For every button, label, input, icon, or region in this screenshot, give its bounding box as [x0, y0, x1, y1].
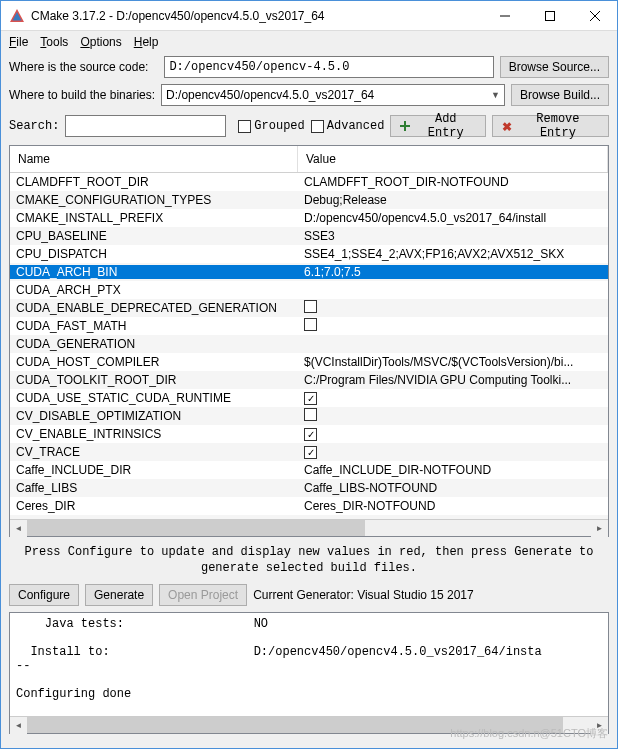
menu-file[interactable]: File — [9, 35, 28, 49]
column-name[interactable]: Name — [10, 146, 298, 172]
cell-value[interactable]: Ceres_DIR-NOTFOUND — [298, 499, 608, 513]
plus-icon — [399, 120, 411, 132]
build-path-row: Where to build the binaries: D:/opencv45… — [1, 81, 617, 109]
table-row[interactable]: CMAKE_CONFIGURATION_TYPESDebug;Release — [10, 191, 608, 209]
cell-value[interactable]: 6.1;7.0;7.5 — [298, 265, 608, 279]
column-value[interactable]: Value — [298, 146, 608, 172]
chevron-down-icon: ▼ — [491, 90, 500, 100]
maximize-icon — [545, 11, 555, 21]
cell-value[interactable]: Debug;Release — [298, 193, 608, 207]
table-body: CLAMDFFT_ROOT_DIRCLAMDFFT_ROOT_DIR-NOTFO… — [10, 173, 608, 519]
advanced-checkbox[interactable]: Advanced — [311, 119, 385, 133]
checkbox-icon[interactable] — [304, 300, 317, 313]
source-input[interactable] — [164, 56, 493, 78]
grouped-checkbox[interactable]: Grouped — [238, 119, 304, 133]
checkbox-icon[interactable] — [304, 408, 317, 421]
browse-build-button[interactable]: Browse Build... — [511, 84, 609, 106]
svg-rect-3 — [545, 11, 554, 20]
cell-value[interactable]: ✓ — [298, 391, 608, 406]
output-text[interactable]: Java tests: NO Install to: D:/opencv450/… — [10, 613, 608, 716]
table-row[interactable]: CUDA_ARCH_BIN6.1;7.0;7.5 — [10, 263, 608, 281]
checkbox-icon[interactable]: ✓ — [304, 446, 317, 459]
cell-value[interactable]: Caffe_INCLUDE_DIR-NOTFOUND — [298, 463, 608, 477]
table-row[interactable]: Ceres_DIRCeres_DIR-NOTFOUND — [10, 497, 608, 515]
cell-value[interactable] — [298, 408, 608, 424]
table-row[interactable]: CV_ENABLE_INTRINSICS✓ — [10, 425, 608, 443]
cell-name: CPU_BASELINE — [10, 229, 298, 243]
table-row[interactable]: CV_DISABLE_OPTIMIZATION — [10, 407, 608, 425]
browse-source-button[interactable]: Browse Source... — [500, 56, 609, 78]
cell-value[interactable]: C:/Program Files/NVIDIA GPU Computing To… — [298, 373, 608, 387]
close-button[interactable] — [572, 1, 617, 30]
cell-value[interactable]: ✓ — [298, 445, 608, 460]
cell-value[interactable]: $(VCInstallDir)Tools/MSVC/$(VCToolsVersi… — [298, 355, 608, 369]
menu-tools[interactable]: Tools — [40, 35, 68, 49]
cell-name: CUDA_USE_STATIC_CUDA_RUNTIME — [10, 391, 298, 405]
cell-name: CUDA_ENABLE_DEPRECATED_GENERATION — [10, 301, 298, 315]
cell-value[interactable]: CLAMDFFT_ROOT_DIR-NOTFOUND — [298, 175, 608, 189]
cell-value[interactable]: D:/opencv450/opencv4.5.0_vs2017_64/insta… — [298, 211, 608, 225]
build-combo-value: D:/opencv450/opencv4.5.0_vs2017_64 — [166, 88, 374, 102]
checkbox-icon[interactable]: ✓ — [304, 428, 317, 441]
cell-name: DC1394_INCLUDE — [10, 517, 298, 519]
toolbar-row: Search: Grouped Advanced Add Entry ✖ Rem… — [1, 109, 617, 143]
cell-value[interactable] — [298, 318, 608, 334]
cell-name: CUDA_TOOLKIT_ROOT_DIR — [10, 373, 298, 387]
close-icon — [590, 11, 600, 21]
build-combo[interactable]: D:/opencv450/opencv4.5.0_vs2017_64 ▼ — [161, 84, 505, 106]
table-row[interactable]: CLAMDFFT_ROOT_DIRCLAMDFFT_ROOT_DIR-NOTFO… — [10, 173, 608, 191]
cell-name: CUDA_HOST_COMPILER — [10, 355, 298, 369]
table-row[interactable]: CUDA_ENABLE_DEPRECATED_GENERATION — [10, 299, 608, 317]
generate-button[interactable]: Generate — [85, 584, 153, 606]
hint-text: Press Configure to update and display ne… — [1, 539, 617, 582]
minimize-icon — [500, 11, 510, 21]
scroll-left-icon[interactable]: ◄ — [10, 717, 27, 734]
search-input[interactable] — [65, 115, 226, 137]
config-table: Name Value CLAMDFFT_ROOT_DIRCLAMDFFT_ROO… — [9, 145, 609, 537]
source-path-row: Where is the source code: Browse Source.… — [1, 53, 617, 81]
remove-entry-button[interactable]: ✖ Remove Entry — [492, 115, 609, 137]
menu-options[interactable]: Options — [80, 35, 121, 49]
cell-value[interactable]: DC1394_INCLUDE-NOTFOUND — [298, 517, 608, 519]
table-row[interactable]: CUDA_HOST_COMPILER$(VCInstallDir)Tools/M… — [10, 353, 608, 371]
maximize-button[interactable] — [527, 1, 572, 30]
cell-name: CUDA_ARCH_BIN — [10, 265, 298, 279]
table-row[interactable]: CUDA_ARCH_PTX — [10, 281, 608, 299]
checkbox-icon[interactable]: ✓ — [304, 392, 317, 405]
table-header: Name Value — [10, 146, 608, 173]
scroll-right-icon[interactable]: ► — [591, 520, 608, 537]
table-row[interactable]: Caffe_INCLUDE_DIRCaffe_INCLUDE_DIR-NOTFO… — [10, 461, 608, 479]
table-row[interactable]: CMAKE_INSTALL_PREFIXD:/opencv450/opencv4… — [10, 209, 608, 227]
table-row[interactable]: CUDA_FAST_MATH — [10, 317, 608, 335]
menu-help[interactable]: Help — [134, 35, 159, 49]
checkbox-icon — [311, 120, 324, 133]
checkbox-icon[interactable] — [304, 318, 317, 331]
table-row[interactable]: CPU_BASELINESSE3 — [10, 227, 608, 245]
window-title: CMake 3.17.2 - D:/opencv450/opencv4.5.0_… — [31, 9, 482, 23]
cell-value[interactable]: SSE3 — [298, 229, 608, 243]
scroll-thumb[interactable] — [27, 520, 365, 536]
cell-name: CV_DISABLE_OPTIMIZATION — [10, 409, 298, 423]
cell-value[interactable]: Caffe_LIBS-NOTFOUND — [298, 481, 608, 495]
search-label: Search: — [9, 119, 59, 133]
cell-value[interactable] — [298, 300, 608, 316]
table-row[interactable]: CPU_DISPATCHSSE4_1;SSE4_2;AVX;FP16;AVX2;… — [10, 245, 608, 263]
horizontal-scrollbar[interactable]: ◄ ► — [10, 519, 608, 536]
table-row[interactable]: CV_TRACE✓ — [10, 443, 608, 461]
table-row[interactable]: CUDA_USE_STATIC_CUDA_RUNTIME✓ — [10, 389, 608, 407]
table-row[interactable]: Caffe_LIBSCaffe_LIBS-NOTFOUND — [10, 479, 608, 497]
table-row[interactable]: DC1394_INCLUDEDC1394_INCLUDE-NOTFOUND — [10, 515, 608, 519]
scroll-left-icon[interactable]: ◄ — [10, 520, 27, 537]
minimize-button[interactable] — [482, 1, 527, 30]
build-label: Where to build the binaries: — [9, 88, 155, 102]
watermark: https://blog.csdn.n@51CTO博客 — [450, 726, 608, 741]
cell-value[interactable]: ✓ — [298, 427, 608, 442]
add-entry-button[interactable]: Add Entry — [390, 115, 486, 137]
cell-name: CV_TRACE — [10, 445, 298, 459]
table-row[interactable]: CUDA_GENERATION — [10, 335, 608, 353]
cell-name: CLAMDFFT_ROOT_DIR — [10, 175, 298, 189]
cell-value[interactable]: SSE4_1;SSE4_2;AVX;FP16;AVX2;AVX512_SKX — [298, 247, 608, 261]
table-row[interactable]: CUDA_TOOLKIT_ROOT_DIRC:/Program Files/NV… — [10, 371, 608, 389]
configure-button[interactable]: Configure — [9, 584, 79, 606]
cell-name: Caffe_INCLUDE_DIR — [10, 463, 298, 477]
